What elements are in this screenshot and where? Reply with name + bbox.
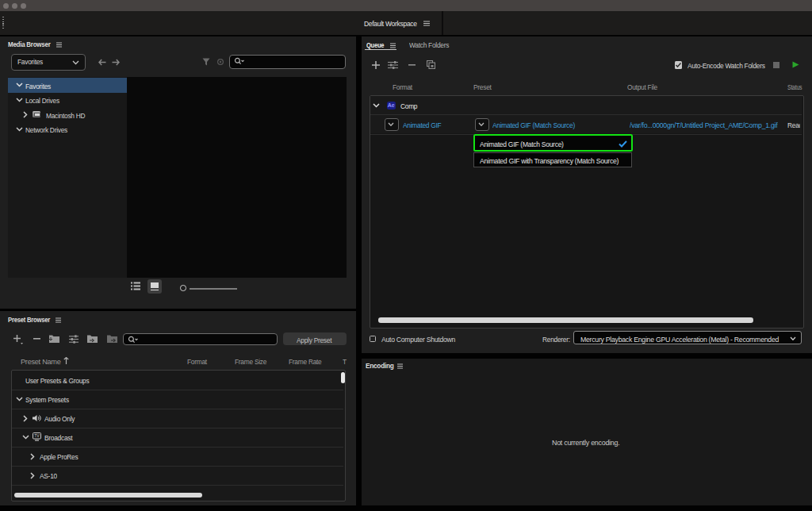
svg-text:TV: TV (34, 433, 40, 438)
